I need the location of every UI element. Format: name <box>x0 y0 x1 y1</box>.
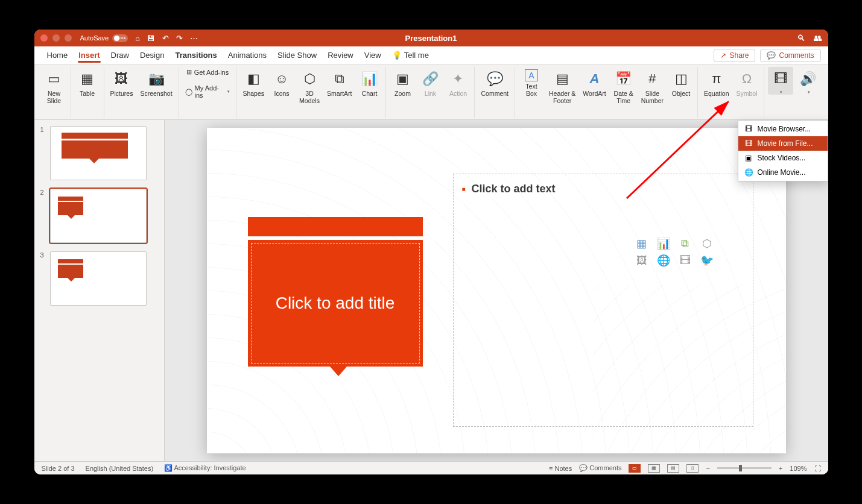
slideshow-view-icon[interactable]: ▯ <box>686 464 699 473</box>
tab-view[interactable]: View <box>359 46 387 64</box>
fullscreen-window-icon[interactable] <box>65 34 72 42</box>
share-button[interactable]: ↗ Share <box>714 49 755 62</box>
insert-chart-icon[interactable]: 📊 <box>655 237 672 250</box>
table-icon: ▦ <box>81 69 93 89</box>
screenshot-button[interactable]: 📷Screenshot <box>138 67 174 97</box>
insert-3d-icon[interactable]: ⬡ <box>699 237 715 250</box>
my-addins-button[interactable]: ◯My Add-ins▾ <box>183 83 233 100</box>
zoom-slider[interactable] <box>717 467 772 469</box>
more-icon[interactable]: ⋯ <box>190 34 198 43</box>
thumbnail-3[interactable] <box>50 251 147 306</box>
comments-button[interactable]: 💬 Comments <box>760 49 820 62</box>
film-icon: 🎞 <box>744 125 753 133</box>
header-footer-button[interactable]: ▤Header & Footer <box>547 67 578 104</box>
tab-transitions[interactable]: Transitions <box>170 46 222 64</box>
symbol-button: ΩSymbol <box>734 67 759 97</box>
redo-icon[interactable]: ↷ <box>176 34 183 43</box>
textbox-button[interactable]: AText Box <box>519 67 544 97</box>
new-slide-button[interactable]: ▭New Slide <box>42 67 67 104</box>
insert-table-icon[interactable]: ▦ <box>633 237 650 250</box>
thumbnail-2[interactable] <box>50 189 147 243</box>
video-dropdown: 🎞Movie Browser... 🎞Movie from File... ▣S… <box>738 120 828 181</box>
window-controls <box>40 34 72 42</box>
table-button[interactable]: ▦Table <box>75 67 100 97</box>
account-icon[interactable]: 👥︎ <box>814 33 822 43</box>
tab-animations[interactable]: Animations <box>223 46 272 64</box>
tab-review[interactable]: Review <box>322 46 359 64</box>
tab-insert[interactable]: Insert <box>73 46 105 64</box>
zoom-level[interactable]: 109% <box>790 465 807 472</box>
search-icon[interactable]: 🔍︎ <box>797 33 805 43</box>
audio-button[interactable]: 🔊▾ <box>796 67 821 95</box>
body-placeholder-text: Click to add text <box>462 183 744 195</box>
notes-button[interactable]: ≡ Notes <box>549 465 572 472</box>
sorter-view-icon[interactable]: ▦ <box>648 464 660 473</box>
object-button[interactable]: ◫Object <box>668 67 694 97</box>
icons-button[interactable]: ☺Icons <box>269 67 294 97</box>
action-icon: ✦ <box>452 69 463 89</box>
shapes-button[interactable]: ◧Shapes <box>240 67 267 97</box>
home-icon[interactable]: ⌂ <box>135 34 140 43</box>
online-movie-item[interactable]: 🌐Online Movie... <box>738 165 828 180</box>
minimize-window-icon[interactable] <box>52 34 60 42</box>
video-icon: 🎞 <box>774 69 787 89</box>
globe-icon: 🌐 <box>744 168 753 177</box>
content-placeholder[interactable]: Click to add text ▦ 📊 ⧉ ⬡ 🖼 🌐 🎞 🐦 <box>453 174 753 427</box>
insert-smartart-icon[interactable]: ⧉ <box>677 237 694 250</box>
reading-view-icon[interactable]: ▤ <box>667 464 679 473</box>
video-button[interactable]: 🎞▾ <box>768 67 793 95</box>
slide-canvas[interactable]: Click to add title Click to add text ▦ 📊… <box>207 128 786 453</box>
thumb-number: 3 <box>40 251 46 306</box>
chart-icon: 📊 <box>361 69 378 89</box>
comment-icon: 💬 <box>487 69 503 89</box>
autosave-switch[interactable] <box>112 34 128 42</box>
smartart-button[interactable]: ⧉SmartArt <box>325 67 354 97</box>
close-window-icon[interactable] <box>40 34 48 42</box>
zoom-out-button[interactable]: − <box>706 465 709 472</box>
stock-videos-item[interactable]: ▣Stock Videos... <box>738 151 828 165</box>
slide-thumbnails: 1 2 3 <box>34 120 165 461</box>
slide-number-button[interactable]: #Slide Number <box>639 67 666 104</box>
thumbnail-1[interactable] <box>50 126 147 180</box>
insert-online-picture-icon[interactable]: 🌐 <box>655 254 672 267</box>
insert-icon-icon[interactable]: 🐦 <box>699 254 715 267</box>
comments-pane-button[interactable]: 💬 Comments <box>579 464 621 472</box>
slide-indicator[interactable]: Slide 2 of 3 <box>42 465 75 472</box>
tab-draw[interactable]: Draw <box>106 46 135 64</box>
placeholder-icons: ▦ 📊 ⧉ ⬡ 🖼 🌐 🎞 🐦 <box>633 237 717 267</box>
comment-button[interactable]: 💬Comment <box>478 67 511 97</box>
date-time-button[interactable]: 📅Date & Time <box>611 67 636 104</box>
tab-home[interactable]: Home <box>42 46 74 64</box>
insert-video-icon[interactable]: 🎞 <box>677 254 694 267</box>
audio-icon: 🔊 <box>800 69 816 89</box>
ribbon-tabs: Home Insert Draw Design Transitions Anim… <box>34 46 828 65</box>
3d-models-button[interactable]: ⬡3D Models <box>297 67 322 104</box>
tab-slideshow[interactable]: Slide Show <box>272 46 322 64</box>
normal-view-icon[interactable]: ▭ <box>629 464 641 473</box>
insert-picture-icon[interactable]: 🖼 <box>633 254 650 267</box>
language-indicator[interactable]: English (United States) <box>86 465 154 472</box>
zoom-in-button[interactable]: + <box>779 465 782 472</box>
calendar-icon: 📅 <box>615 69 632 89</box>
stock-icon: ▣ <box>744 154 753 162</box>
tab-design[interactable]: Design <box>135 46 170 64</box>
fit-to-window-icon[interactable]: ⛶ <box>814 465 821 472</box>
get-addins-button[interactable]: ⊞Get Add-ins <box>184 67 231 77</box>
pictures-icon: 🖼 <box>115 69 128 89</box>
title-placeholder[interactable]: Click to add title <box>248 240 423 367</box>
equation-button[interactable]: πEquation <box>702 67 731 97</box>
zoom-icon: ▣ <box>396 69 409 89</box>
movie-from-file-item[interactable]: 🎞Movie from File... <box>738 136 828 151</box>
thumb-number: 1 <box>40 126 46 180</box>
wordart-button[interactable]: AWordArt <box>580 67 608 97</box>
action-button: ✦Action <box>445 67 471 97</box>
undo-icon[interactable]: ↶ <box>162 34 169 43</box>
autosave-toggle[interactable]: AutoSave <box>80 34 128 42</box>
movie-browser-item[interactable]: 🎞Movie Browser... <box>738 122 828 136</box>
tell-me[interactable]: 💡 Tell me <box>387 46 434 64</box>
pictures-button[interactable]: 🖼Pictures <box>108 67 136 97</box>
chart-button[interactable]: 📊Chart <box>357 67 382 97</box>
accessibility-indicator[interactable]: ♿ Accessibility: Investigate <box>164 464 246 472</box>
save-icon[interactable]: 💾︎ <box>147 34 155 43</box>
zoom-button[interactable]: ▣Zoom <box>390 67 415 97</box>
